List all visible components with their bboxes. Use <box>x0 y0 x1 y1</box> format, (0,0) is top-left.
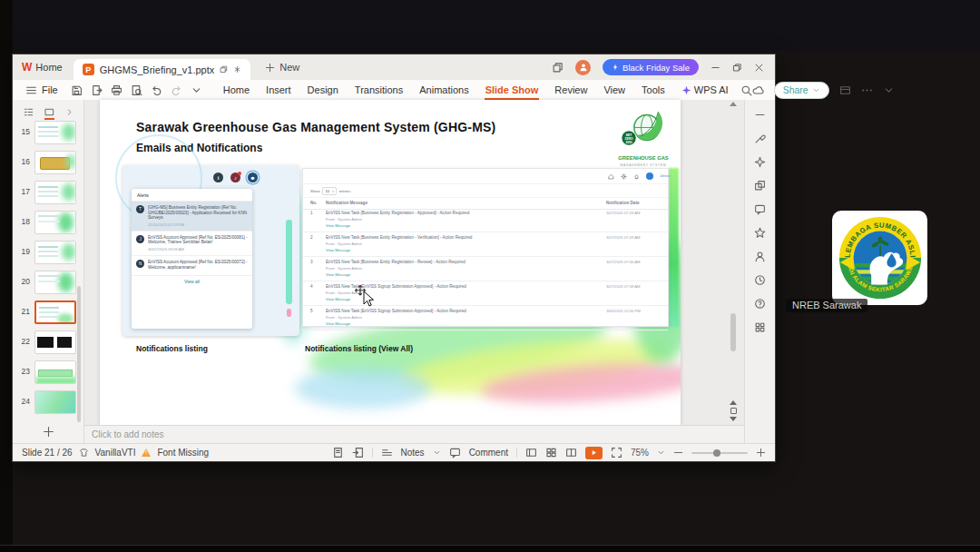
design-tools-icon[interactable] <box>754 133 766 144</box>
menu-tab[interactable]: View <box>595 80 633 100</box>
zoom-menu-icon[interactable] <box>657 448 665 457</box>
share-button[interactable]: Share <box>774 82 829 99</box>
panel-expand-icon[interactable] <box>65 108 74 116</box>
slide-nav-icon[interactable] <box>730 408 737 414</box>
collapse-icon[interactable] <box>754 109 766 121</box>
tab-list-icon[interactable] <box>552 62 564 74</box>
document-tab-label: GHGMS_Briefing_v1.pptx <box>100 64 215 75</box>
menu-tab[interactable]: Insert <box>258 80 299 100</box>
wps-window: W Home P GHGMS_Briefing_v1.pptx New Blac… <box>13 54 775 461</box>
close-button[interactable] <box>754 63 764 73</box>
slide-thumbnail[interactable] <box>34 330 76 354</box>
menu-tab[interactable]: Tools <box>633 80 673 100</box>
animation-effects-icon[interactable] <box>754 156 766 168</box>
apps-grid-icon[interactable] <box>754 321 766 333</box>
save-button[interactable] <box>71 84 83 96</box>
comment-label[interactable]: Comment <box>469 448 508 458</box>
menu-tab[interactable]: Animations <box>411 80 476 100</box>
cloud-sync-icon[interactable] <box>752 84 764 96</box>
slide-thumbnail[interactable] <box>34 390 76 414</box>
undo-button[interactable] <box>151 84 162 96</box>
print-preview-button[interactable] <box>131 84 142 96</box>
zoom-slider-thumb[interactable] <box>713 449 720 457</box>
slide-title[interactable]: Sarawak Greenhouse Gas Management System… <box>136 120 495 134</box>
restore-button[interactable] <box>732 63 742 73</box>
theme-icon[interactable] <box>79 448 89 458</box>
black-friday-sale-button[interactable]: Black Friday Sale <box>603 59 699 75</box>
canvas-scrollbar[interactable] <box>730 102 737 423</box>
assistant-icon[interactable] <box>754 251 766 262</box>
start-from-slide-icon[interactable] <box>352 447 364 458</box>
menu-tab[interactable]: Slide Show <box>477 80 547 100</box>
notes-toggle-icon[interactable] <box>381 447 393 458</box>
zoom-slider[interactable] <box>691 452 748 454</box>
redo-button[interactable] <box>171 84 182 96</box>
more-options-icon[interactable] <box>861 84 873 96</box>
chevron-down-icon[interactable] <box>433 448 441 457</box>
menu-tab[interactable]: Transitions <box>347 80 411 100</box>
slide-canvas[interactable]: Sarawak Greenhouse Gas Management System… <box>100 100 681 425</box>
scrollbar-thumb[interactable] <box>730 313 736 351</box>
account-avatar[interactable] <box>575 60 591 75</box>
slide-thumbnail[interactable] <box>34 271 76 294</box>
zoom-in-button[interactable] <box>756 448 766 458</box>
home-tab[interactable]: W Home <box>13 54 74 80</box>
new-tab-button[interactable]: New <box>265 62 299 73</box>
notes-toggle-label[interactable]: Notes <box>401 448 425 458</box>
meeting-background-left <box>0 0 13 552</box>
caption-left[interactable]: Notifications listing <box>136 344 208 353</box>
slide-view-icon[interactable] <box>44 107 54 117</box>
export-button[interactable] <box>91 84 103 96</box>
history-icon[interactable] <box>754 274 766 286</box>
fit-screen-icon[interactable] <box>611 447 622 458</box>
slide-thumbnail[interactable] <box>34 151 76 174</box>
zoom-percent[interactable]: 75% <box>631 448 649 458</box>
slide-thumbnail[interactable] <box>34 241 76 264</box>
comment-panel-icon[interactable] <box>754 203 766 215</box>
menu-tab[interactable]: Home <box>215 80 258 100</box>
reading-view-icon[interactable] <box>565 447 577 458</box>
shapes-icon[interactable] <box>754 180 766 192</box>
toolbar-more-icon[interactable] <box>191 84 202 96</box>
tab-preview-icon[interactable] <box>220 65 228 74</box>
search-icon[interactable] <box>740 84 752 96</box>
slide-thumbnail[interactable] <box>34 211 76 234</box>
add-slide-button[interactable] <box>13 426 83 438</box>
menu-tab[interactable]: Review <box>546 80 595 100</box>
panel-scrollbar[interactable] <box>77 286 81 422</box>
next-slide-button[interactable] <box>730 417 737 421</box>
slide-info-icon[interactable] <box>332 447 344 458</box>
normal-view-icon[interactable] <box>525 447 537 458</box>
help-icon[interactable] <box>754 298 766 310</box>
print-button[interactable] <box>111 84 122 96</box>
favorites-icon[interactable] <box>754 227 766 239</box>
warning-icon[interactable] <box>142 448 151 457</box>
document-tab[interactable]: P GHGMS_Briefing_v1.pptx <box>74 59 251 80</box>
outline-view-icon[interactable] <box>24 107 34 117</box>
slide-thumbnail[interactable] <box>34 181 76 204</box>
bell-icon: ♪ <box>230 172 240 182</box>
minimize-button[interactable] <box>710 63 720 73</box>
menu-tab[interactable]: WPS AI <box>673 80 737 100</box>
manage-windows-icon[interactable] <box>839 84 851 96</box>
slide-thumbnail[interactable] <box>34 301 76 324</box>
previous-slide-button[interactable] <box>730 400 737 405</box>
file-menu[interactable]: File <box>20 84 64 96</box>
slideshow-play-button[interactable] <box>585 447 603 459</box>
font-missing-warning[interactable]: Font Missing <box>157 448 209 458</box>
zoom-out-button[interactable] <box>673 448 683 458</box>
caption-right[interactable]: Notifications listing (View All) <box>305 344 413 353</box>
notes-area[interactable]: Click to add notes <box>84 425 744 443</box>
theme-name[interactable]: VanillaVTI <box>95 448 136 458</box>
alerts-title: Alerts <box>132 189 252 202</box>
comment-icon[interactable] <box>449 447 461 458</box>
slide-thumbnail[interactable] <box>34 121 76 144</box>
menu-tab-label: Slide Show <box>485 84 539 95</box>
collapse-ribbon-icon[interactable] <box>883 84 895 96</box>
table-row: 5 EnVISS New Task [EnVISS Signup Submiss… <box>303 306 668 330</box>
menu-tab[interactable]: Design <box>299 80 347 100</box>
slide-sorter-icon[interactable] <box>545 447 557 458</box>
slide-thumbnail[interactable] <box>34 360 76 384</box>
alerts-screenshot[interactable]: i ♪ ☻ Alerts T [GHG-MS <box>122 165 299 336</box>
scroll-up-icon[interactable] <box>730 102 737 106</box>
